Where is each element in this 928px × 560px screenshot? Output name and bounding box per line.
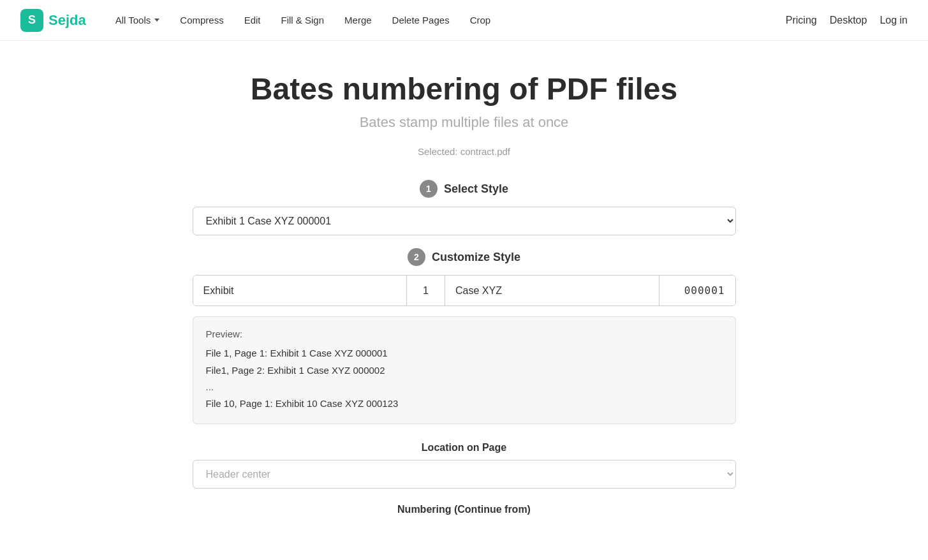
location-label: Location on Page: [193, 442, 736, 453]
step2-badge: 2: [408, 248, 425, 266]
location-section: Location on Page Header center Header le…: [193, 442, 736, 489]
step1-header: 1 Select Style: [193, 180, 736, 198]
logo-link[interactable]: S Sejda: [20, 9, 86, 32]
chevron-down-icon: [154, 18, 159, 22]
preview-line1: File 1, Page 1: Exhibit 1 Case XYZ 00000…: [206, 344, 723, 362]
nav-fill-sign[interactable]: Fill & Sign: [272, 10, 334, 31]
numbering-title: Numbering (Continue from): [193, 504, 736, 515]
nav-login[interactable]: Log in: [880, 15, 908, 26]
logo-text: Sejda: [48, 12, 86, 29]
preview-label: Preview:: [206, 328, 723, 339]
navbar: S Sejda All Tools Compress Edit Fill & S…: [0, 0, 928, 41]
page-title: Bates numbering of PDF files: [193, 71, 736, 107]
preview-ellipsis: ...: [206, 381, 723, 392]
nav-merge[interactable]: Merge: [335, 10, 381, 31]
prefix-input[interactable]: [193, 276, 407, 306]
nav-crop[interactable]: Crop: [461, 10, 500, 31]
main-content: Bates numbering of PDF files Bates stamp…: [177, 41, 751, 549]
nav-delete-pages[interactable]: Delete Pages: [383, 10, 459, 31]
nav-compress[interactable]: Compress: [171, 10, 232, 31]
location-select[interactable]: Header center Header left Header right F…: [193, 460, 736, 489]
case-input[interactable]: [445, 276, 659, 306]
step1-title: Select Style: [444, 182, 508, 196]
nav-edit[interactable]: Edit: [235, 10, 270, 31]
selected-file: Selected: contract.pdf: [193, 146, 736, 157]
style-select[interactable]: Exhibit 1 Case XYZ 000001 Custom: [193, 207, 736, 235]
nav-links: All Tools Compress Edit Fill & Sign Merg…: [107, 10, 786, 31]
page-subtitle: Bates stamp multiple files at once: [193, 114, 736, 131]
preview-box: Preview: File 1, Page 1: Exhibit 1 Case …: [193, 316, 736, 424]
step2-title: Customize Style: [432, 251, 520, 264]
nav-pricing[interactable]: Pricing: [786, 15, 817, 26]
number-input[interactable]: [406, 276, 445, 306]
nav-right: Pricing Desktop Log in: [786, 15, 908, 26]
preview-line3: File 10, Page 1: Exhibit 10 Case XYZ 000…: [206, 395, 723, 412]
preview-line2: File1, Page 2: Exhibit 1 Case XYZ 000002: [206, 362, 723, 379]
customize-inputs: [193, 275, 736, 306]
nav-desktop[interactable]: Desktop: [830, 15, 867, 26]
counter-input[interactable]: [659, 276, 735, 306]
nav-all-tools[interactable]: All Tools: [107, 10, 169, 31]
step2-header: 2 Customize Style: [193, 248, 736, 266]
logo-icon: S: [20, 9, 43, 32]
step1-badge: 1: [420, 180, 438, 198]
